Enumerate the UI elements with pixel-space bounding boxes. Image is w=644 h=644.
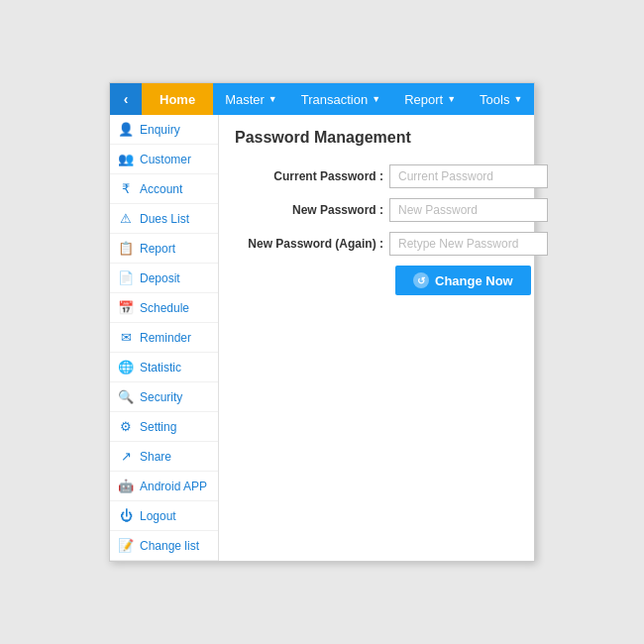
android-label: Android APP [140, 480, 207, 493]
change-now-button[interactable]: ↺ Change Now [395, 266, 531, 295]
new-password-label: New Password : [235, 203, 383, 217]
deposit-icon: 📄 [118, 270, 134, 285]
sidebar-item-customer[interactable]: 👥 Customer [110, 145, 218, 174]
back-button[interactable]: ‹ [110, 83, 142, 115]
change-btn-label: Change Now [435, 273, 513, 288]
sidebar-item-android-app[interactable]: 🤖 Android APP [110, 472, 218, 501]
top-nav: ‹ Home Master ▼ Transaction ▼ Report ▼ T… [110, 83, 534, 115]
dues-icon: ⚠ [118, 211, 134, 226]
report-icon: 📋 [118, 241, 134, 256]
new-password-input[interactable] [389, 198, 548, 222]
logout-icon: ⏻ [118, 508, 134, 523]
android-icon: 🤖 [118, 479, 134, 493]
security-icon: 🔍 [118, 389, 134, 404]
master-arrow-icon: ▼ [268, 94, 277, 104]
tools-arrow-icon: ▼ [513, 94, 522, 104]
reminder-icon: ✉ [118, 330, 134, 345]
main-layout: 👤 Enquiry 👥 Customer ₹ Account ⚠ Dues Li… [110, 115, 534, 561]
sidebar-item-reminder[interactable]: ✉ Reminder [110, 323, 218, 353]
statistic-icon: 🌐 [118, 360, 134, 375]
sidebar: 👤 Enquiry 👥 Customer ₹ Account ⚠ Dues Li… [110, 115, 219, 561]
button-row: ↺ Change Now [235, 266, 548, 295]
sidebar-item-setting[interactable]: ⚙ Setting [110, 412, 218, 442]
account-icon: ₹ [118, 181, 134, 196]
new-password-again-input[interactable] [389, 232, 548, 256]
nav-report[interactable]: Report ▼ [392, 83, 468, 115]
app-container: ‹ Home Master ▼ Transaction ▼ Report ▼ T… [109, 82, 535, 562]
report-arrow-icon: ▼ [447, 94, 456, 104]
current-password-group: Current Password : [235, 164, 548, 188]
sidebar-item-enquiry[interactable]: 👤 Enquiry [110, 115, 218, 145]
sidebar-item-dues-list[interactable]: ⚠ Dues List [110, 204, 218, 234]
transaction-arrow-icon: ▼ [372, 94, 380, 104]
sidebar-item-account[interactable]: ₹ Account [110, 174, 218, 204]
sidebar-item-report[interactable]: 📋 Report [110, 234, 218, 264]
enquiry-icon: 👤 [118, 122, 134, 137]
change-btn-icon: ↺ [413, 272, 429, 288]
new-password-again-label: New Password (Again) : [235, 237, 383, 251]
sidebar-item-deposit[interactable]: 📄 Deposit [110, 264, 218, 293]
back-icon: ‹ [124, 91, 129, 107]
nav-master[interactable]: Master ▼ [213, 83, 289, 115]
page-title: Password Management [235, 129, 548, 147]
content-area: Password Management Current Password : N… [219, 115, 564, 561]
current-password-label: Current Password : [235, 169, 383, 183]
schedule-icon: 📅 [118, 300, 134, 315]
changelist-icon: 📝 [118, 538, 134, 553]
share-icon: ↗ [118, 449, 134, 464]
sidebar-item-schedule[interactable]: 📅 Schedule [110, 293, 218, 323]
sidebar-item-change-list[interactable]: 📝 Change list [110, 531, 218, 561]
setting-icon: ⚙ [118, 419, 134, 434]
sidebar-item-security[interactable]: 🔍 Security [110, 382, 218, 412]
sidebar-item-statistic[interactable]: 🌐 Statistic [110, 353, 218, 382]
sidebar-item-logout[interactable]: ⏻ Logout [110, 501, 218, 531]
home-button[interactable]: Home [142, 83, 213, 115]
nav-transaction[interactable]: Transaction ▼ [289, 83, 392, 115]
sidebar-item-share[interactable]: ↗ Share [110, 442, 218, 472]
customer-icon: 👥 [118, 152, 134, 166]
new-password-again-group: New Password (Again) : [235, 232, 548, 256]
current-password-input[interactable] [389, 164, 548, 188]
nav-tools[interactable]: Tools ▼ [468, 83, 534, 115]
new-password-group: New Password : [235, 198, 548, 222]
